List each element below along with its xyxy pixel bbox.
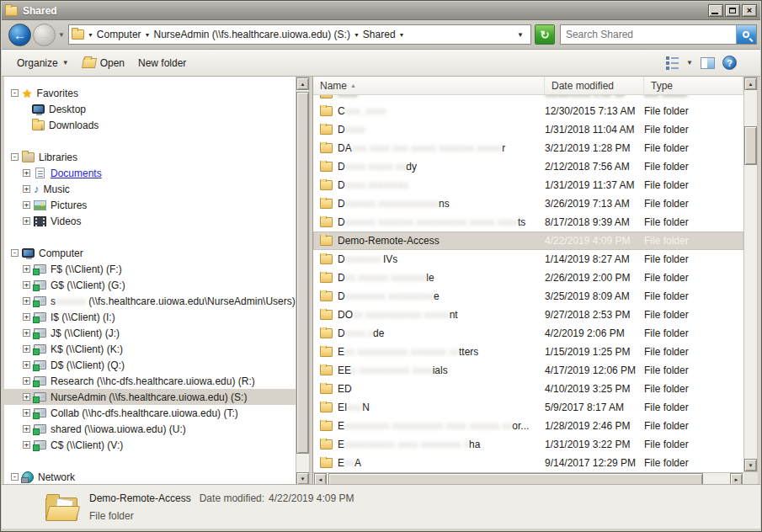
- table-row[interactable]: Dxxxxxxxx xxxxxxxxxe3/25/2019 8:09 AMFil…: [313, 287, 743, 306]
- sidebar-group-computer[interactable]: -Computer: [4, 245, 296, 261]
- date-modified-cell: 3/21/2019 1:28 PM: [545, 142, 644, 154]
- help-button[interactable]: ?: [722, 56, 737, 70]
- scroll-thumb[interactable]: [296, 92, 309, 454]
- sidebar-group-libraries[interactable]: -Libraries: [4, 149, 296, 165]
- sidebar-item[interactable]: +sxxxxxx (\\fs.healthcare.uiowa.edu\Nurs…: [4, 293, 296, 309]
- sidebar-item[interactable]: +Pictures: [4, 197, 296, 213]
- recent-pages-dropdown-icon[interactable]: ▼: [58, 31, 65, 39]
- expand-icon[interactable]: +: [23, 313, 30, 321]
- change-view-button[interactable]: [666, 56, 679, 70]
- sidebar-item[interactable]: +NurseAdmin (\\fs.healthcare.uiowa.edu) …: [4, 389, 296, 405]
- collapse-icon[interactable]: -: [11, 153, 19, 161]
- scroll-down-icon[interactable]: ▼: [296, 472, 309, 485]
- expand-icon[interactable]: +: [23, 361, 30, 369]
- table-row[interactable]: Dxxxx xxxxxxxx1/31/2019 11:37 AMFile fol…: [313, 176, 743, 194]
- sidebar-item[interactable]: +Research (\\hc-dfs.healthcare.uiowa.edu…: [4, 373, 296, 389]
- file-name: Dxxxx xxxxx xxdy: [338, 161, 417, 173]
- navigation-scrollbar[interactable]: ▲ ▼: [296, 77, 310, 486]
- table-row[interactable]: Dxxxxxx xxxxxxxxxxxxns3/26/2019 7:13 AMF…: [313, 194, 743, 213]
- title-bar[interactable]: Shared ×: [2, 2, 760, 20]
- sidebar-group-favorites[interactable]: -★Favorites: [4, 85, 296, 101]
- table-row[interactable]: ED4/10/2019 3:25 PMFile folder: [313, 380, 743, 398]
- expand-icon[interactable]: +: [23, 377, 30, 385]
- scroll-up-icon[interactable]: ▲: [744, 77, 757, 90]
- column-header-type[interactable]: Type: [644, 77, 743, 94]
- table-row[interactable]: Dxxxxxxx IVs1/14/2019 8:27 AMFile folder: [313, 250, 743, 269]
- table-row[interactable]: Dxxxxxx xxxxxxx xxxxxxxxxx xxxxx xxxxts8…: [313, 213, 743, 231]
- table-row[interactable]: Dxxxx xxxxx xxdy2/12/2018 7:56 AMFile fo…: [313, 157, 743, 176]
- sidebar-item[interactable]: +♪Music: [4, 181, 296, 197]
- expand-icon[interactable]: +: [23, 201, 30, 209]
- expand-icon[interactable]: +: [23, 409, 30, 417]
- scroll-up-icon[interactable]: ▲: [296, 77, 309, 90]
- expand-icon[interactable]: +: [23, 393, 30, 401]
- breadcrumb[interactable]: ▼Computer▼NurseAdmin (\\fs.healthcare.ui…: [68, 24, 531, 45]
- sidebar-item[interactable]: +Videos: [4, 213, 296, 229]
- sidebar-item[interactable]: +K$ (\\Client) (K:): [4, 341, 296, 357]
- collapse-icon[interactable]: -: [11, 473, 19, 481]
- table-row[interactable]: Demo-Remote-Access4/22/2019 4:09 PMFile …: [313, 231, 743, 250]
- expand-icon[interactable]: +: [23, 281, 30, 289]
- table-row[interactable]: Dxxxx1/31/2018 11:04 AMFile folder: [313, 120, 743, 139]
- table-row[interactable]: Dxx xxxxxx xxxxxxxle2/26/2019 2:00 PMFil…: [313, 269, 743, 287]
- expand-icon[interactable]: +: [23, 441, 30, 449]
- scroll-down-icon[interactable]: ▼: [744, 459, 757, 471]
- table-row[interactable]: xxxxxx/xx/xxxx x:xx xxxxx xxxxx: [313, 95, 743, 102]
- breadcrumb-segment[interactable]: Computer: [97, 29, 141, 40]
- sidebar-item[interactable]: +Documents: [4, 165, 296, 181]
- table-row[interactable]: Exxxxxxxxxx xxxx xxxxxxxx xha1/31/2019 3…: [313, 435, 743, 454]
- table-row[interactable]: Dxxxx xde4/2/2019 2:06 PMFile folder: [313, 324, 743, 343]
- sidebar-item[interactable]: +C$ (\\Client) (V:): [4, 437, 296, 453]
- open-button[interactable]: Open: [76, 54, 131, 72]
- sidebar-group-network[interactable]: -Network: [4, 469, 296, 485]
- folder-icon: [320, 254, 333, 264]
- views-dropdown-icon[interactable]: ▼: [686, 59, 693, 66]
- refresh-button[interactable]: ↻: [535, 24, 555, 45]
- sidebar-item[interactable]: Downloads: [4, 117, 296, 133]
- breadcrumb-segment[interactable]: Shared: [363, 29, 396, 40]
- search-button[interactable]: [736, 25, 756, 44]
- preview-pane-button[interactable]: [701, 57, 715, 69]
- table-row[interactable]: Cxxx_xxxx12/30/2015 7:13 AMFile folder: [313, 102, 743, 120]
- expand-icon[interactable]: +: [23, 345, 30, 353]
- sidebar-item[interactable]: +D$ (\\Client) (Q:): [4, 357, 296, 373]
- column-header-date-modified[interactable]: Date modified: [545, 77, 644, 94]
- scroll-thumb[interactable]: [744, 126, 757, 165]
- maximize-button[interactable]: [725, 4, 740, 17]
- vertical-scrollbar[interactable]: ▲ ▼: [743, 77, 758, 472]
- sidebar-item[interactable]: +I$ (\\Client) (I:): [4, 309, 296, 325]
- organize-button[interactable]: Organize ▼: [10, 54, 76, 72]
- table-row[interactable]: EIxxxN5/9/2017 8:17 AMFile folder: [313, 398, 743, 417]
- collapse-icon[interactable]: -: [11, 249, 19, 257]
- breadcrumb-segment[interactable]: NurseAdmin (\\fs.healthcare.uiowa.edu) (…: [153, 29, 349, 40]
- sidebar-item[interactable]: +shared (\\iowa.uiowa.edu) (U:): [4, 421, 296, 437]
- minimize-button[interactable]: [708, 4, 723, 17]
- expand-icon[interactable]: +: [23, 169, 30, 177]
- type-cell: File folder: [644, 105, 743, 117]
- expand-icon[interactable]: +: [23, 265, 30, 273]
- table-row[interactable]: DAxxx xxxx xxx xxxxx xxxxxxx xxxxxr3/21/…: [313, 139, 743, 157]
- back-button[interactable]: ←: [8, 24, 31, 46]
- sidebar-item[interactable]: +G$ (\\Client) (G:): [4, 277, 296, 293]
- sidebar-item[interactable]: +J$ (\\Client) (J:): [4, 325, 296, 341]
- sidebar-item[interactable]: Desktop: [4, 101, 296, 117]
- forward-button[interactable]: →: [33, 24, 56, 46]
- expand-icon[interactable]: +: [23, 425, 30, 433]
- expand-icon[interactable]: +: [23, 297, 30, 305]
- address-dropdown-icon[interactable]: ▼: [513, 31, 528, 39]
- sidebar-item[interactable]: +F$ (\\Client) (F:): [4, 261, 296, 277]
- sidebar-item[interactable]: +Collab (\\hc-dfs.healthcare.uiowa.edu) …: [4, 405, 296, 421]
- search-input[interactable]: [561, 29, 736, 40]
- table-row[interactable]: Exx xxxxxxxxxx xxxxxxx xxtters1/15/2019 …: [313, 343, 743, 361]
- table-row[interactable]: Exxxxxxxxx xxxxxxxxxx xxxx xxxxxx xxor..…: [313, 417, 743, 435]
- expand-icon[interactable]: +: [23, 329, 30, 337]
- table-row[interactable]: ExxA9/14/2017 12:29 PMFile folder: [313, 454, 743, 472]
- collapse-icon[interactable]: -: [11, 89, 19, 97]
- new-folder-button[interactable]: New folder: [131, 54, 193, 72]
- expand-icon[interactable]: +: [23, 185, 30, 193]
- column-header-name[interactable]: Name ▲: [313, 77, 545, 94]
- table-row[interactable]: EEx xxxxxxxxxx xxxxials4/17/2019 12:06 P…: [313, 361, 743, 380]
- table-row[interactable]: DOxx xxxxxxxxxxx xxxxxnt9/27/2018 2:53 P…: [313, 306, 743, 324]
- expand-icon[interactable]: +: [23, 217, 30, 225]
- close-button[interactable]: ×: [742, 4, 757, 17]
